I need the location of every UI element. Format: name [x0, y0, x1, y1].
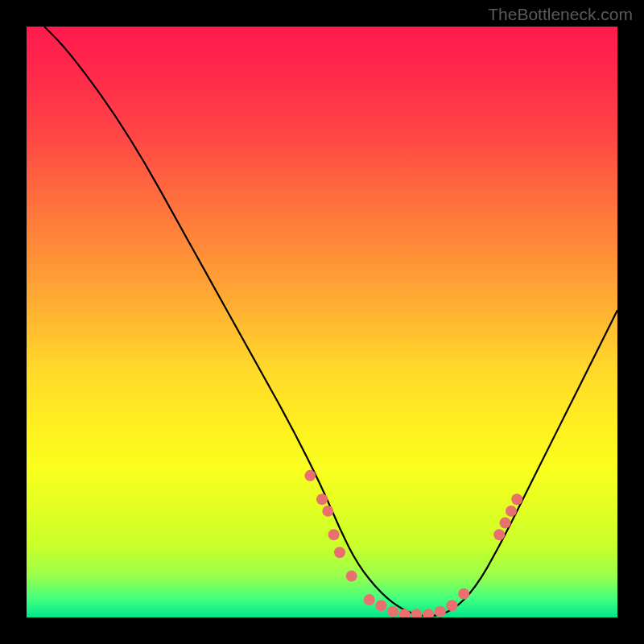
data-point: [493, 529, 505, 540]
plot-area: [27, 27, 617, 617]
chart-container: TheBottleneck.com: [0, 0, 644, 644]
data-point: [511, 493, 522, 505]
watermark-text: TheBottleneck.com: [488, 5, 633, 24]
data-point: [334, 547, 345, 558]
data-point: [399, 609, 411, 617]
data-point: [316, 493, 328, 505]
data-point: [328, 529, 340, 540]
data-point: [423, 609, 434, 617]
data-point: [346, 571, 357, 582]
curve-points: [304, 470, 522, 617]
data-point: [446, 600, 457, 611]
data-point: [458, 588, 469, 600]
data-point: [375, 600, 386, 611]
data-point: [387, 606, 398, 617]
curve-svg: [27, 27, 617, 617]
data-point: [411, 609, 422, 617]
data-point: [500, 518, 511, 529]
data-point: [506, 506, 517, 517]
curve-line: [44, 27, 617, 616]
data-point: [364, 594, 375, 605]
data-point: [304, 470, 316, 481]
data-point: [322, 506, 333, 517]
data-point: [435, 606, 446, 617]
